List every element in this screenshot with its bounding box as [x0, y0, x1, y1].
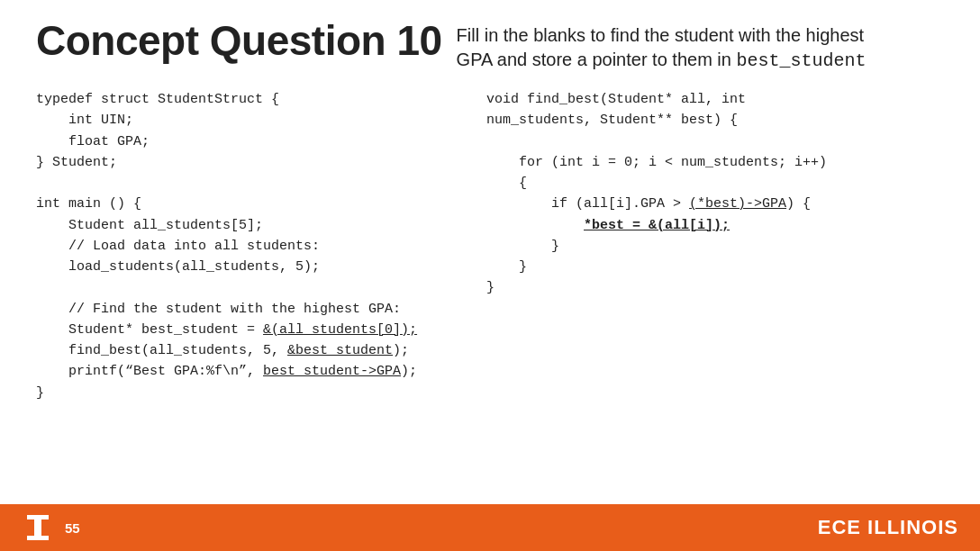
title-row: Concept Question 10 Fill in the blanks t…	[36, 18, 944, 73]
code-left: typedef struct StudentStruct { int UIN; …	[36, 89, 468, 495]
code-best-student-gpa: best_student->GPA	[263, 364, 401, 379]
slide: Concept Question 10 Fill in the blanks t…	[0, 0, 980, 551]
footer-brand: ECE ILLINOIS	[818, 516, 958, 539]
code-best-student-ref: &best_student	[287, 343, 393, 358]
svg-rect-1	[27, 515, 49, 519]
desc-mono: best_student	[737, 50, 867, 71]
code-area: typedef struct StudentStruct { int UIN; …	[36, 89, 944, 495]
code-left-block: typedef struct StudentStruct { int UIN; …	[36, 89, 450, 403]
desc-line1: Fill in the blanks to find the student w…	[457, 25, 865, 45]
code-right-block: void find_best(Student* all, int num_stu…	[486, 89, 944, 299]
code-best-deref-gpa: (*best)->GPA	[689, 196, 786, 212]
footer: 55 ECE ILLINOIS	[0, 504, 980, 551]
title-description: Fill in the blanks to find the student w…	[457, 18, 867, 73]
slide-title: Concept Question 10	[36, 18, 442, 64]
svg-rect-3	[27, 536, 49, 540]
code-left-typedef: typedef struct StudentStruct { int UIN; …	[36, 92, 401, 338]
code-best-student-init: &(all_students[0]);	[263, 322, 417, 338]
code-best-assign: *best = &(all[i]);	[584, 218, 730, 233]
svg-rect-2	[34, 519, 41, 536]
code-right-func: void find_best(Student* all, int num_stu…	[486, 92, 827, 295]
code-right: void find_best(Student* all, int num_stu…	[468, 89, 944, 495]
main-content: Concept Question 10 Fill in the blanks t…	[0, 0, 980, 504]
footer-left: 55	[22, 511, 80, 544]
desc-line2: GPA and store a pointer to them in	[457, 50, 737, 69]
page-number: 55	[65, 520, 80, 536]
illinois-logo	[22, 511, 54, 544]
